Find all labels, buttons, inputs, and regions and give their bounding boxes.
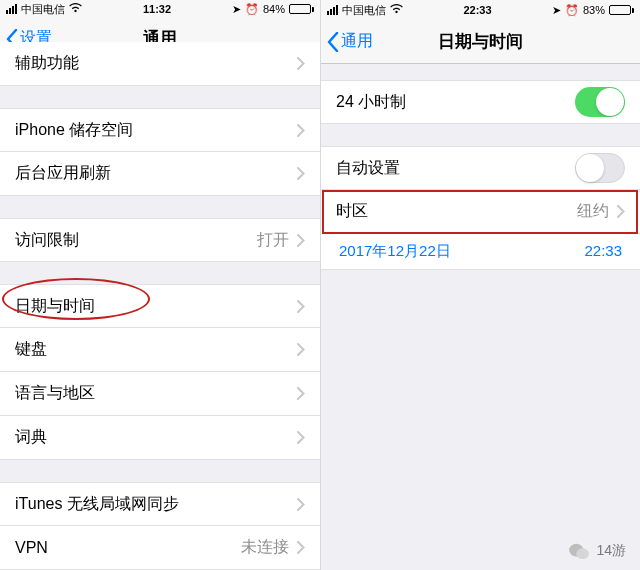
row-label: 时区 xyxy=(336,201,577,222)
chevron-right-icon xyxy=(297,431,305,444)
row-lang-region[interactable]: 语言与地区 xyxy=(0,372,320,416)
toggle-auto[interactable] xyxy=(575,153,625,183)
battery-icon xyxy=(289,4,314,14)
alarm-icon: ⏰ xyxy=(565,4,579,17)
status-time: 11:32 xyxy=(143,3,171,15)
row-label: iTunes 无线局域网同步 xyxy=(15,494,289,515)
row-dictionary[interactable]: 词典 xyxy=(0,416,320,460)
chevron-right-icon xyxy=(297,541,305,554)
row-value: 未连接 xyxy=(241,537,289,558)
row-label: 24 小时制 xyxy=(336,92,575,113)
row-label: VPN xyxy=(15,539,241,557)
alarm-icon: ⏰ xyxy=(245,3,259,16)
row-timezone[interactable]: 时区 纽约 xyxy=(321,190,640,234)
battery-percent: 84% xyxy=(263,3,285,15)
row-datetime-display[interactable]: 2017年12月22日 22:33 xyxy=(321,234,640,270)
row-itunes-wifi[interactable]: iTunes 无线局域网同步 xyxy=(0,482,320,526)
right-screenshot: 中国电信 22:33 ➤ ⏰ 83% 通用 日期与时间 24 xyxy=(320,0,640,570)
toggle-24h[interactable] xyxy=(575,87,625,117)
row-storage[interactable]: iPhone 储存空间 xyxy=(0,108,320,152)
chevron-right-icon xyxy=(297,300,305,313)
row-label: 辅助功能 xyxy=(15,53,289,74)
row-date-time[interactable]: 日期与时间 xyxy=(0,284,320,328)
wifi-icon xyxy=(390,4,403,16)
location-icon: ➤ xyxy=(552,4,561,17)
row-label: 词典 xyxy=(15,427,289,448)
chevron-right-icon xyxy=(297,167,305,180)
svg-point-1 xyxy=(577,548,590,559)
chevron-right-icon xyxy=(297,498,305,511)
time-value: 22:33 xyxy=(584,242,622,261)
row-label: iPhone 储存空间 xyxy=(15,120,289,141)
status-bar: 中国电信 22:33 ➤ ⏰ 83% xyxy=(321,0,640,20)
location-icon: ➤ xyxy=(232,3,241,16)
row-label: 语言与地区 xyxy=(15,383,289,404)
watermark-label: 14游 xyxy=(596,542,626,560)
status-time: 22:33 xyxy=(463,4,491,16)
battery-icon xyxy=(609,5,634,15)
row-value: 纽约 xyxy=(577,201,609,222)
back-button[interactable]: 通用 xyxy=(321,31,373,52)
chevron-right-icon xyxy=(297,234,305,247)
status-bar: 中国电信 11:32 ➤ ⏰ 84% xyxy=(0,0,320,19)
date-value: 2017年12月22日 xyxy=(339,242,451,261)
chevron-right-icon xyxy=(297,124,305,137)
left-screenshot: 中国电信 11:32 ➤ ⏰ 84% 设置 通用 辅助功能 xyxy=(0,0,320,570)
row-auto[interactable]: 自动设置 xyxy=(321,146,640,190)
signal-icon xyxy=(6,4,17,14)
row-bg-refresh[interactable]: 后台应用刷新 xyxy=(0,152,320,196)
wechat-icon xyxy=(568,542,590,560)
battery-percent: 83% xyxy=(583,4,605,16)
wifi-icon xyxy=(69,3,82,15)
row-restrictions[interactable]: 访问限制 打开 xyxy=(0,218,320,262)
chevron-right-icon xyxy=(297,57,305,70)
settings-list: 辅助功能 iPhone 储存空间 后台应用刷新 访问限制 打开 日期与时间 xyxy=(0,60,320,570)
row-vpn[interactable]: VPN 未连接 xyxy=(0,526,320,570)
datetime-list: 24 小时制 自动设置 时区 纽约 2017年12月22日 22:33 xyxy=(321,64,640,270)
watermark: 14游 xyxy=(568,542,626,560)
row-label: 键盘 xyxy=(15,339,289,360)
nav-bar: 通用 日期与时间 xyxy=(321,20,640,64)
chevron-right-icon xyxy=(297,387,305,400)
chevron-left-icon xyxy=(327,32,339,52)
back-label: 通用 xyxy=(341,31,373,52)
row-24h[interactable]: 24 小时制 xyxy=(321,80,640,124)
signal-icon xyxy=(327,5,338,15)
row-label: 自动设置 xyxy=(336,158,575,179)
carrier-label: 中国电信 xyxy=(342,3,386,18)
carrier-label: 中国电信 xyxy=(21,2,65,17)
row-accessibility[interactable]: 辅助功能 xyxy=(0,42,320,86)
row-keyboard[interactable]: 键盘 xyxy=(0,328,320,372)
row-label: 访问限制 xyxy=(15,230,257,251)
row-value: 打开 xyxy=(257,230,289,251)
row-label: 日期与时间 xyxy=(15,296,289,317)
row-label: 后台应用刷新 xyxy=(15,163,289,184)
chevron-right-icon xyxy=(617,205,625,218)
chevron-right-icon xyxy=(297,343,305,356)
